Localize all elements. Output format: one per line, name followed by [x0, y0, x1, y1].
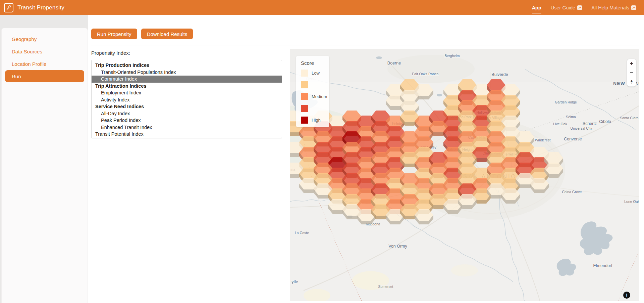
download-results-button[interactable]: Download Results	[141, 29, 193, 39]
index-tree-row-transit-potential-index[interactable]: Transit Potential Index	[92, 131, 282, 138]
map-label: Bergheim	[445, 54, 460, 58]
compass-button[interactable]: ▲ ▼	[627, 77, 636, 86]
legend-swatch-low	[301, 70, 308, 77]
index-tree-row-service-need-indices[interactable]: Service Need Indices	[92, 103, 282, 110]
external-link-icon: ↗	[631, 5, 636, 10]
map-label: Garden Ridge	[555, 100, 577, 104]
header-nav: AppUser Guide↗All Help Materials↗	[532, 5, 636, 10]
run-propensity-button[interactable]: Run Propensity	[91, 29, 137, 39]
map-canvas[interactable]: BoerneBergheimFair Oaks RanchBulverdeNEW…	[290, 49, 639, 301]
sidebar-item-run[interactable]: Run	[5, 70, 84, 82]
app-title: Transit Propensity	[17, 4, 64, 11]
sidebar-item-location-profile[interactable]: Location Profile	[2, 58, 88, 70]
legend-swatch-medium	[301, 93, 308, 100]
map-label: Boerne	[387, 61, 401, 66]
nav-item-all-help-materials[interactable]: All Help Materials↗	[591, 5, 636, 10]
main-content: Run Propensity Download Results Propensi…	[88, 15, 644, 303]
propensity-index-label: Propensity Index:	[91, 50, 130, 56]
index-tree-row-employment-index[interactable]: Employment Index	[92, 89, 282, 96]
legend-swatch-2	[301, 81, 308, 88]
nav-item-app[interactable]: App	[532, 5, 541, 10]
index-tree-row-trip-attraction-indices[interactable]: Trip Attraction Indices	[92, 83, 282, 90]
legend-title: Score	[301, 60, 325, 66]
nav-item-user-guide[interactable]: User Guide↗	[551, 5, 582, 10]
index-tree-row-enhanced-transit-index[interactable]: Enhanced Transit Index	[92, 124, 282, 131]
map-label: China Grove	[562, 190, 582, 194]
legend-row: Low	[301, 69, 325, 77]
info-button[interactable]: i	[623, 292, 630, 299]
map-label: Lone Oak	[624, 200, 639, 204]
map-label: Somerset	[378, 285, 393, 289]
nav-item-label: User Guide	[551, 5, 575, 10]
index-tree-row-all-day-index[interactable]: All-Day Index	[92, 110, 282, 117]
external-link-icon: ↗	[577, 5, 582, 10]
zoom-out-button[interactable]: −	[627, 68, 636, 77]
legend-row	[301, 81, 325, 88]
map-controls: + − ▲ ▼	[627, 59, 636, 87]
map-label: Windcrest	[535, 138, 551, 142]
map-label: Von Ormy	[388, 244, 407, 249]
map-label: Selma	[566, 115, 576, 119]
map-label: Santa Clara	[620, 116, 639, 120]
nav-item-label: App	[532, 5, 541, 10]
app-header: Transit Propensity AppUser Guide↗All Hel…	[0, 0, 644, 15]
map-label: Fair Oaks Ranch	[412, 72, 439, 76]
nav-item-label: All Help Materials	[591, 5, 629, 10]
index-tree-row-transit-oriented-populations-index[interactable]: Transit-Oriented Populations Index	[92, 69, 282, 76]
toolbar-divider	[91, 45, 639, 45]
map-label: Schertz	[583, 121, 597, 126]
map-label: Bulverde	[491, 72, 508, 77]
sidebar-item-geography[interactable]: Geography	[2, 33, 88, 45]
toolbar: Run Propensity Download Results	[91, 29, 193, 39]
propensity-index-listbox[interactable]: Trip Production IndicesTransit-Oriented …	[91, 60, 282, 138]
index-tree-row-commuter-index[interactable]: Commuter Index	[92, 76, 282, 83]
legend-row: High	[301, 116, 325, 124]
score-legend: Score Low Medium High	[296, 56, 329, 127]
map-label: Live Oak	[553, 122, 567, 126]
compass-down-icon: ▼	[630, 82, 633, 85]
legend-swatch-high	[301, 117, 308, 124]
legend-swatch-4	[301, 105, 308, 112]
map-label: Universal City	[571, 126, 593, 130]
index-tree-row-peak-period-index[interactable]: Peak Period Index	[92, 117, 282, 124]
index-tree-row-activity-index[interactable]: Activity Index	[92, 96, 282, 103]
map-label: ytle	[291, 279, 298, 284]
sidebar-item-data-sources[interactable]: Data Sources	[2, 45, 88, 58]
map-svg: BoerneBergheimFair Oaks RanchBulverdeNEW…	[290, 49, 639, 301]
map-label: Elmendorf	[593, 263, 612, 268]
zoom-in-button[interactable]: +	[627, 59, 636, 68]
map-label: La Coste	[295, 231, 309, 235]
wrench-logo-icon	[4, 3, 13, 12]
index-tree-row-trip-production-indices[interactable]: Trip Production Indices	[92, 62, 282, 69]
map-label: Cibolo	[599, 119, 611, 124]
sidebar: GeographyData SourcesLocation ProfileRun	[1, 28, 88, 303]
legend-row	[301, 104, 325, 112]
legend-row: Medium	[301, 93, 325, 100]
map-label: Converse	[564, 137, 582, 141]
